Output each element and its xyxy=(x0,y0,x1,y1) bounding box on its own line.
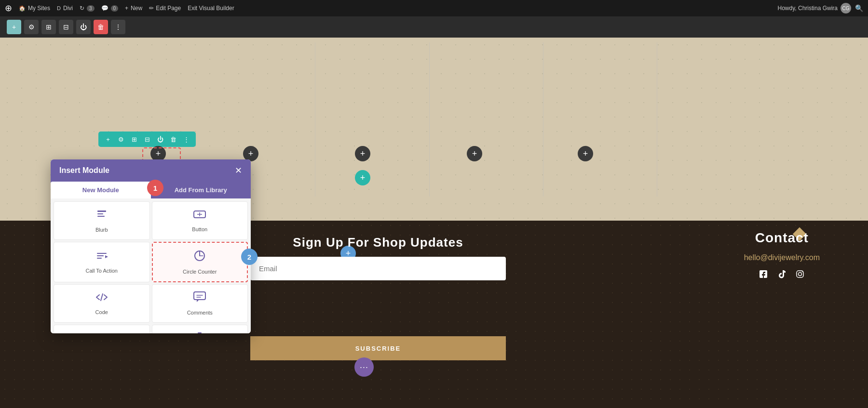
pencil-icon: ✏ xyxy=(149,5,154,12)
comments-icon xyxy=(193,291,206,306)
svg-point-11 xyxy=(802,272,803,273)
countdown-timer-icon xyxy=(193,332,206,333)
more-options-button[interactable]: ⋮ xyxy=(111,20,125,34)
svg-rect-1 xyxy=(97,213,103,214)
disable-button[interactable]: ⏻ xyxy=(76,20,91,34)
contact-email[interactable]: hello@divijewelry.com xyxy=(744,253,820,262)
exit-visual-builder-button[interactable]: Exit Visual Builder xyxy=(188,5,234,12)
comment-icon: 💬 xyxy=(101,5,108,12)
revisions-item[interactable]: ↻ 3 xyxy=(80,5,95,12)
new-item[interactable]: + New xyxy=(125,5,142,12)
email-input[interactable] xyxy=(250,257,506,280)
delete-button[interactable]: 🗑 xyxy=(94,20,108,34)
module-code-label: Code xyxy=(95,309,108,315)
row-settings-button[interactable]: ⚙ xyxy=(115,133,127,145)
panel-header: Insert Module ✕ xyxy=(51,159,251,182)
builder-toolbar: + ⚙ ⊞ ⊟ ⏻ 🗑 ⋮ xyxy=(0,16,868,38)
module-comments-label: Comments xyxy=(187,310,213,316)
settings-button[interactable]: ⚙ xyxy=(24,20,39,34)
comments-item[interactable]: 💬 0 xyxy=(101,5,119,12)
tiktok-icon[interactable] xyxy=(777,270,786,281)
instagram-icon[interactable] xyxy=(796,270,804,281)
module-call-to-action-label: Call To Action xyxy=(86,268,118,274)
module-button-label: Button xyxy=(192,226,207,232)
my-sites-menu[interactable]: 🏠 My Sites xyxy=(19,5,50,12)
module-countdown-timer[interactable]: Countdown Timer xyxy=(152,325,248,333)
social-icons-row xyxy=(744,270,820,281)
modules-grid: Blurb Button Call To Action xyxy=(51,198,251,333)
divider-1 xyxy=(315,42,315,197)
house-icon: 🏠 xyxy=(19,5,26,12)
email-input-container xyxy=(250,257,506,280)
svg-rect-6 xyxy=(194,292,205,300)
module-blurb[interactable]: Blurb xyxy=(54,201,150,240)
module-blurb-label: Blurb xyxy=(95,227,108,233)
code-icon xyxy=(95,292,108,305)
panel-title: Insert Module xyxy=(59,166,109,175)
row-more-button[interactable]: ⋮ xyxy=(180,133,192,145)
edit-page-button[interactable]: ✏ Edit Page xyxy=(149,5,181,12)
step-1-badge: 1 xyxy=(147,180,163,196)
add-module-button-4[interactable]: + xyxy=(578,146,593,161)
divi-logo-icon: D xyxy=(57,5,61,11)
facebook-icon[interactable] xyxy=(759,270,768,281)
tab-add-from-library[interactable]: Add From Library xyxy=(151,182,251,198)
module-comments[interactable]: Comments xyxy=(152,284,248,323)
row-delete-button[interactable]: 🗑 xyxy=(167,133,179,145)
avatar: CG xyxy=(841,3,851,13)
search-icon[interactable]: 🔍 xyxy=(855,4,863,12)
subscribe-label: SUBSCRIBE xyxy=(355,345,401,352)
add-element-button[interactable]: + xyxy=(7,20,21,34)
canvas: + ⚙ ⊞ ⊟ ⏻ 🗑 ⋮ + + + + + + + 1 2 Insert M… xyxy=(0,38,868,408)
divider-3 xyxy=(543,42,543,197)
add-row-button[interactable]: + xyxy=(355,170,370,185)
circle-counter-icon xyxy=(193,250,206,265)
contact-section: Contact hello@divijewelry.com xyxy=(744,230,820,281)
blurb-icon xyxy=(96,209,108,223)
svg-rect-2 xyxy=(97,216,105,217)
module-contact-form[interactable]: Contact Form xyxy=(54,325,150,333)
subscribe-button[interactable]: SUBSCRIBE xyxy=(250,336,506,360)
signup-section-title: Sign Up For Shop Updates xyxy=(250,235,506,250)
divider-2 xyxy=(429,42,430,197)
admin-bar: ⊕ 🏠 My Sites D Divi ↻ 3 💬 0 + New ✏ Edit… xyxy=(0,0,868,16)
refresh-icon: ↻ xyxy=(80,5,84,12)
clone-button[interactable]: ⊞ xyxy=(41,20,56,34)
module-call-to-action[interactable]: Call To Action xyxy=(54,242,150,282)
wordpress-logo-icon[interactable]: ⊕ xyxy=(5,3,12,13)
module-code[interactable]: Code xyxy=(54,284,150,323)
add-module-button-2[interactable]: + xyxy=(355,146,370,161)
tab-new-module[interactable]: New Module xyxy=(51,182,151,198)
plus-icon: + xyxy=(125,5,128,12)
row-toolbar: + ⚙ ⊞ ⊟ ⏻ 🗑 ⋮ xyxy=(98,132,196,147)
svg-point-10 xyxy=(799,273,802,276)
svg-rect-0 xyxy=(97,211,106,212)
add-module-button-3[interactable]: + xyxy=(467,146,482,161)
row-add-button[interactable]: + xyxy=(102,133,114,145)
user-greeting: Howdy, Christina Gwira CG xyxy=(778,3,851,13)
divider-4 xyxy=(657,42,657,197)
svg-marker-4 xyxy=(105,255,108,258)
button-icon xyxy=(193,209,206,223)
module-circle-counter-label: Circle Counter xyxy=(183,269,217,275)
row-clone-button[interactable]: ⊞ xyxy=(128,133,140,145)
floating-menu-button[interactable]: ··· xyxy=(354,357,374,377)
module-circle-counter[interactable]: Circle Counter xyxy=(152,242,248,282)
row-columns-button[interactable]: ⊟ xyxy=(141,133,153,145)
panel-close-button[interactable]: ✕ xyxy=(235,166,242,175)
lock-button[interactable]: ⊟ xyxy=(59,20,73,34)
step-2-badge: 2 xyxy=(241,249,258,265)
contact-form-icon xyxy=(95,333,108,333)
module-button[interactable]: Button xyxy=(152,201,248,240)
divi-menu[interactable]: D Divi xyxy=(57,5,73,12)
call-to-action-icon xyxy=(95,250,108,264)
row-disable-button[interactable]: ⏻ xyxy=(154,133,166,145)
contact-title: Contact xyxy=(744,230,820,246)
